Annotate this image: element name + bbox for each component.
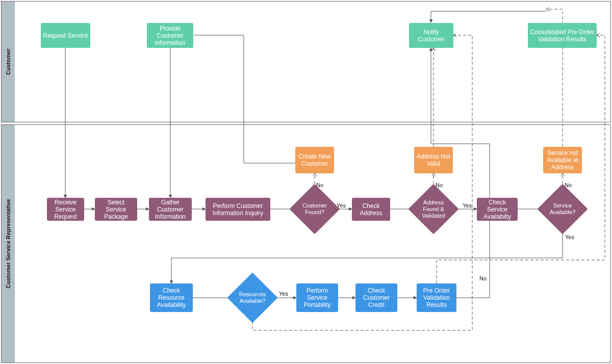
- label-yes: Yes: [279, 291, 288, 297]
- label-no: No: [565, 182, 572, 188]
- label-no: No: [436, 182, 443, 188]
- node-receive-service-request: Receive Service Request: [47, 198, 84, 221]
- node-address-not-valid: Address Not Valid: [414, 147, 453, 173]
- label-no: No: [479, 275, 487, 281]
- node-check-customer-credit: Check Customer Credit: [355, 283, 397, 312]
- node-perform-service-portability: Perform Service Portability: [296, 283, 338, 312]
- node-consolidated-results: Consolidated Pre Order Validation Result…: [528, 23, 597, 48]
- node-pre-order-results: Pre Order Validation Results: [417, 283, 456, 312]
- node-check-resource-availability: Check Resource Availability: [150, 283, 193, 312]
- label-yes: Yes: [565, 234, 574, 240]
- node-service-not-available: Service not Available at Address: [543, 147, 582, 173]
- decision-resources-available: Resources Available?: [235, 280, 270, 316]
- node-provide-customer-info: Provide Customer information: [147, 23, 193, 48]
- label-yes: Yes: [463, 202, 472, 209]
- node-check-service-availability: Check Service Availabilty: [477, 198, 518, 221]
- label-yes: Yes: [337, 202, 346, 209]
- decision-service-available: Service Available?: [545, 191, 580, 227]
- swimlane-label: Customer: [5, 48, 11, 74]
- node-create-new-customer: Create New Customer: [295, 147, 334, 173]
- node-notify-customer: Notify Customer: [409, 23, 453, 48]
- node-gather-customer-info: Gather Customer Information: [149, 198, 192, 221]
- decision-customer-found: Customer Found?: [297, 191, 333, 227]
- diagram-canvas: Customer Customer Service Representative: [0, 0, 612, 364]
- swimlane-header-customer: Customer: [2, 2, 15, 122]
- node-check-address: Check Address: [352, 198, 390, 221]
- swimlane-customer: Customer: [1, 1, 611, 122]
- node-select-service-package: Select Service Package: [95, 198, 137, 221]
- label-no: No: [316, 182, 323, 188]
- node-perform-customer-inquiry: Perform Customer Information Inquiry: [206, 198, 270, 221]
- decision-address-validated: Address Found & Validated: [416, 191, 451, 227]
- swimlane-header-csr: Customer Service Representative: [2, 125, 15, 362]
- node-request-service: Request Service: [41, 23, 90, 48]
- swimlane-label: Customer Service Representative: [5, 199, 11, 288]
